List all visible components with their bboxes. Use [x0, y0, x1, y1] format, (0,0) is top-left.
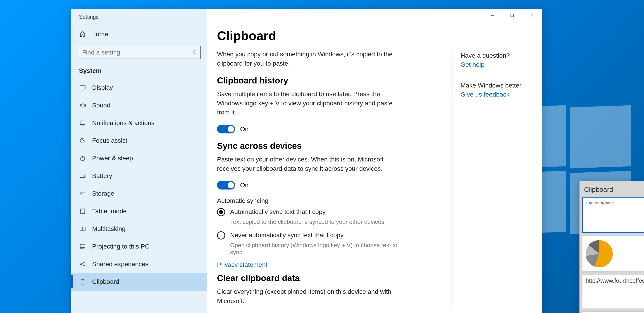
sidebar-item-notifications[interactable]: Notifications & actions [71, 114, 207, 132]
sidebar-item-shared-experiences[interactable]: Shared experiences [71, 255, 207, 273]
clear-desc: Clear everything (except pinned items) o… [217, 287, 398, 306]
svg-rect-16 [511, 14, 514, 17]
notifications-icon [79, 119, 86, 127]
sidebar-home[interactable]: Home [71, 25, 207, 43]
flyout-title: Clipboard [582, 184, 644, 197]
clipboard-icon [79, 278, 86, 286]
close-button[interactable] [522, 9, 542, 21]
pie-chart-thumbnail [586, 240, 613, 267]
intro-text: When you copy or cut something in Window… [217, 50, 398, 68]
sidebar-item-focus-assist[interactable]: Focus assist [71, 132, 207, 149]
feedback-link[interactable]: Give us feedback [460, 91, 521, 98]
sidebar-item-clipboard[interactable]: Clipboard [71, 273, 207, 291]
sidebar-item-label: Display [92, 84, 113, 91]
multitasking-icon [79, 225, 86, 233]
sync-heading: Sync across devices [217, 141, 442, 151]
clipboard-history-state: On [240, 125, 248, 133]
svg-rect-8 [80, 227, 82, 231]
radio-auto-label: Automatically sync text that I copy [230, 208, 326, 216]
sidebar-item-projecting[interactable]: Projecting to this PC [71, 238, 207, 255]
sidebar-item-power-sleep[interactable]: Power & sleep [71, 149, 207, 167]
power-icon [79, 155, 86, 162]
svg-rect-2 [80, 121, 85, 125]
radio-auto-sync[interactable]: Automatically sync text that I copy [217, 208, 442, 216]
sync-toggle[interactable] [217, 181, 235, 190]
privacy-link[interactable]: Privacy statement [217, 261, 268, 269]
svg-rect-4 [80, 175, 85, 178]
question-heading: Have a question? [460, 52, 521, 59]
svg-point-6 [81, 194, 82, 194]
content-area: Clipboard When you copy or cut something… [207, 9, 542, 313]
sidebar-item-label: Shared experiences [92, 261, 148, 268]
auto-sync-label: Automatic syncing [217, 197, 442, 204]
sidebar-item-label: Projecting to this PC [92, 243, 150, 250]
sidebar-home-label: Home [91, 30, 108, 38]
focus-assist-icon [79, 137, 86, 144]
clipboard-item[interactable]: ⋯ Expenses by month [582, 197, 644, 233]
svg-rect-10 [80, 245, 85, 248]
sidebar-item-label: Focus assist [92, 137, 128, 144]
sidebar-item-tablet-mode[interactable]: Tablet mode [71, 202, 207, 220]
sidebar-section-label: System [71, 63, 207, 79]
svg-point-11 [80, 264, 82, 265]
right-column: Have a question? Get help Make Windows b… [452, 9, 530, 313]
sidebar-item-label: Tablet mode [92, 208, 127, 215]
radio-icon [217, 231, 225, 240]
clipboard-history-heading: Clipboard history [217, 76, 442, 85]
sync-state: On [240, 182, 248, 189]
display-icon [79, 84, 86, 91]
clipboard-text: http://www.fourthcoffee.com/ [586, 277, 644, 284]
svg-rect-9 [83, 227, 85, 231]
search-icon [192, 50, 198, 55]
sidebar-item-battery[interactable]: Battery [71, 167, 207, 185]
sidebar-item-display[interactable]: Display [71, 79, 207, 97]
maximize-button[interactable] [502, 9, 522, 21]
radio-never-label: Never automatically sync text that I cop… [230, 231, 344, 240]
sidebar-item-sound[interactable]: Sound [71, 97, 207, 114]
search-input[interactable] [78, 46, 201, 59]
sync-desc: Paste text on your other devices. When t… [217, 155, 398, 173]
titlebar [482, 9, 542, 21]
shared-icon [79, 261, 86, 268]
clipboard-item[interactable]: ⋯ [582, 312, 644, 313]
feedback-heading: Make Windows better [460, 82, 521, 89]
sound-icon [79, 102, 86, 109]
main-panel: Clipboard When you copy or cut something… [207, 9, 452, 313]
clipboard-item[interactable]: ⋯ [582, 236, 644, 272]
svg-point-0 [193, 51, 196, 54]
minimize-button[interactable] [482, 9, 502, 21]
clipboard-flyout: Clipboard ⋯ Expenses by month ⋯ ⋯ http:/… [579, 181, 644, 313]
page-title: Clipboard [217, 28, 442, 43]
radio-never-sub: Open clipboard history (Windows logo key… [230, 242, 398, 256]
projecting-icon [79, 243, 86, 250]
svg-point-13 [84, 265, 85, 266]
home-icon [79, 31, 86, 37]
sidebar-item-label: Notifications & actions [92, 119, 154, 127]
clipboard-history-toggle[interactable] [217, 125, 235, 133]
app-title: Settings [71, 13, 207, 25]
sidebar: Settings Home System Display Sound Notif… [71, 9, 207, 313]
battery-icon [79, 172, 86, 180]
sidebar-item-multitasking[interactable]: Multitasking [71, 220, 207, 238]
svg-rect-1 [80, 86, 85, 89]
sidebar-item-storage[interactable]: Storage [71, 185, 207, 202]
sidebar-item-label: Storage [92, 190, 114, 197]
tablet-icon [79, 208, 86, 215]
sidebar-item-label: Multitasking [92, 225, 126, 233]
radio-auto-sub: Text copied to the clipboard is synced t… [230, 219, 398, 226]
chart-caption: Expenses by month [586, 201, 644, 205]
sidebar-item-label: Power & sleep [92, 155, 133, 162]
sidebar-item-label: Clipboard [92, 278, 119, 286]
sidebar-item-label: Battery [92, 172, 112, 180]
svg-point-12 [84, 262, 85, 263]
clipboard-history-desc: Save multiple items to the clipboard to … [217, 90, 398, 117]
radio-icon [217, 208, 225, 216]
radio-never-sync[interactable]: Never automatically sync text that I cop… [217, 231, 442, 240]
clear-heading: Clear clipboard data [217, 274, 442, 283]
clipboard-item[interactable]: ⋯ http://www.fourthcoffee.com/ [582, 274, 644, 309]
sidebar-item-label: Sound [92, 102, 110, 109]
bar-chart-thumbnail [586, 208, 644, 230]
settings-window: Settings Home System Display Sound Notif… [71, 9, 542, 313]
storage-icon [79, 190, 86, 197]
get-help-link[interactable]: Get help [460, 61, 521, 68]
